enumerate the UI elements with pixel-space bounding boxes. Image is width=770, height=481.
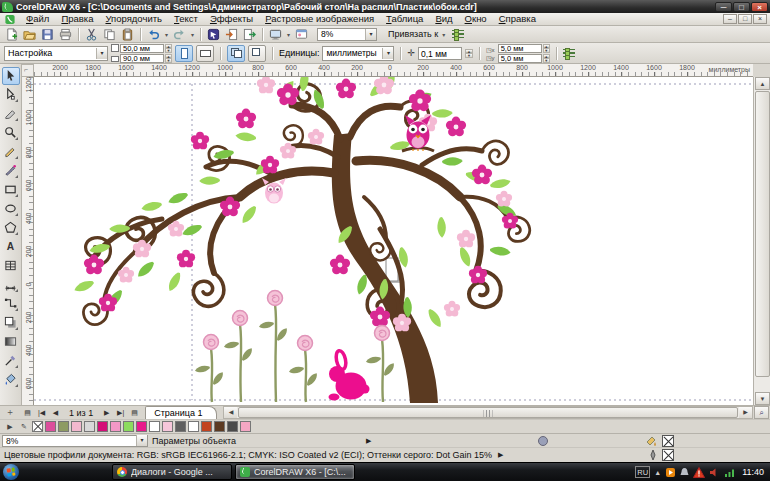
toolbox-customize-button[interactable]: ＋ [3, 407, 17, 419]
table-tool[interactable] [2, 257, 20, 275]
title-bar[interactable]: CorelDRAW X6 - [C:\Documents and Setting… [0, 0, 770, 13]
ellipse-tool[interactable] [2, 200, 20, 218]
network-icon[interactable] [724, 467, 735, 478]
no-color-swatch[interactable] [32, 421, 43, 432]
page-preset-combo[interactable]: Настройка▾ [4, 46, 108, 61]
palette-swatch[interactable] [149, 421, 160, 432]
ruler-origin-button[interactable] [22, 64, 34, 77]
units-combo[interactable]: миллиметры▾ [322, 46, 394, 61]
horizontal-ruler[interactable]: миллиметры 20001800160014001200100080060… [34, 64, 753, 77]
crop-tool[interactable] [2, 105, 20, 123]
nudge-spinner[interactable]: ▲▼ [465, 49, 473, 58]
height-spinner[interactable]: ▲▼ [165, 54, 172, 63]
undo-icon[interactable] [145, 27, 162, 42]
treat-as-filled-icon[interactable] [563, 47, 575, 59]
duplicate-x-field[interactable]: 5,0 мм [498, 44, 542, 53]
current-page-button[interactable] [248, 45, 266, 62]
add-page-before-button[interactable]: ▤ [21, 407, 34, 419]
palette-swatch[interactable] [136, 421, 147, 432]
scroll-up-arrow[interactable]: ▲ [755, 77, 770, 90]
snap-to-dropdown[interactable]: Привязать к▾ [384, 29, 451, 39]
taskbar-button[interactable]: Диалоги - Google ... [112, 464, 232, 480]
vertical-scroll-thumb[interactable] [755, 91, 770, 377]
palette-swatch[interactable] [175, 421, 186, 432]
chevron-down-icon[interactable]: ▾ [365, 29, 376, 40]
maximize-button[interactable]: □ [733, 2, 750, 12]
menu-item[interactable]: Растровые изображения [259, 13, 380, 25]
zoom-tool[interactable] [2, 124, 20, 142]
nudge-distance-field[interactable]: 0,1 мм [418, 47, 462, 60]
page-width-field[interactable]: 50,0 мм [120, 44, 164, 53]
page-height-field[interactable]: 90,0 мм [120, 54, 164, 63]
horizontal-scrollbar[interactable]: ◀ ▶ [223, 406, 753, 419]
new-document-icon[interactable] [3, 27, 20, 42]
menu-item[interactable]: Окно [459, 13, 493, 25]
palette-eyedropper-icon[interactable]: ✎ [18, 421, 30, 433]
minimize-button[interactable]: ─ [715, 2, 732, 12]
document-navigator-button[interactable]: ⌕ [754, 406, 769, 419]
menu-item[interactable]: Текст [168, 13, 204, 25]
vertical-ruler[interactable]: 120010008006004002000200400600 [22, 77, 34, 405]
palette-swatch[interactable] [84, 421, 95, 432]
connector-tool[interactable] [2, 295, 20, 313]
portrait-orientation-button[interactable] [175, 45, 193, 62]
palette-swatch[interactable] [240, 421, 251, 432]
start-button[interactable] [3, 464, 19, 480]
menu-item[interactable]: Файл [20, 13, 55, 25]
scroll-down-arrow[interactable]: ▼ [755, 392, 770, 405]
print-icon[interactable] [57, 27, 74, 42]
last-page-button[interactable]: ▶| [114, 407, 127, 419]
vertical-scrollbar[interactable]: ▲ ▼ [753, 77, 770, 405]
palette-swatch[interactable] [110, 421, 121, 432]
export-icon[interactable] [241, 27, 258, 42]
interactive-fill-tool[interactable] [2, 371, 20, 389]
cut-icon[interactable] [83, 27, 100, 42]
chevron-down-icon[interactable]: ▾ [96, 48, 107, 59]
menu-item[interactable]: Эффекты [204, 13, 259, 25]
import-icon[interactable] [223, 27, 240, 42]
palette-swatch[interactable] [123, 421, 134, 432]
freehand-tool[interactable] [2, 143, 20, 161]
page-tab[interactable]: Страница 1 [145, 406, 217, 419]
welcome-screen-icon[interactable] [293, 27, 310, 42]
status-expand-icon[interactable]: ▶ [366, 437, 371, 445]
media-icon[interactable] [665, 467, 676, 478]
palette-swatch[interactable] [71, 421, 82, 432]
chevron-down-icon[interactable]: ▾ [189, 31, 196, 38]
all-pages-button[interactable] [227, 45, 245, 62]
scroll-left-arrow[interactable]: ◀ [224, 407, 237, 418]
first-page-button[interactable]: |◀ [35, 407, 48, 419]
taskbar-button[interactable]: CorelDRAW X6 - [C:\... [235, 464, 355, 480]
menu-item[interactable]: Вид [429, 13, 458, 25]
menu-item[interactable]: Справка [493, 13, 542, 25]
rectangle-tool[interactable] [2, 181, 20, 199]
paste-icon[interactable] [119, 27, 136, 42]
chevron-down-icon[interactable]: ▾ [382, 48, 393, 59]
chevron-down-icon[interactable]: ▾ [163, 31, 170, 38]
notification-icon[interactable] [680, 467, 689, 478]
drawing-canvas[interactable] [34, 77, 753, 405]
duplicate-y-field[interactable]: 5,0 мм [498, 54, 542, 63]
search-content-icon[interactable] [205, 27, 222, 42]
status-zoom-combo[interactable]: 8%▾ [2, 435, 148, 447]
shape-tool[interactable] [2, 86, 20, 104]
redo-icon[interactable] [171, 27, 188, 42]
palette-swatch[interactable] [201, 421, 212, 432]
chevron-down-icon[interactable]: ▾ [285, 31, 292, 38]
scroll-right-arrow[interactable]: ▶ [739, 407, 752, 418]
width-spinner[interactable]: ▲▼ [165, 44, 172, 53]
pick-tool[interactable] [2, 67, 20, 85]
landscape-orientation-button[interactable] [196, 45, 214, 62]
palette-swatch[interactable] [188, 421, 199, 432]
palette-swatch[interactable] [45, 421, 56, 432]
doc-minimize-button[interactable]: ‒ [723, 14, 737, 24]
color-eyedropper-tool[interactable] [2, 352, 20, 370]
dup-y-spinner[interactable]: ▲▼ [543, 54, 550, 63]
dup-x-spinner[interactable]: ▲▼ [543, 44, 550, 53]
palette-swatch[interactable] [162, 421, 173, 432]
palette-flyout-button[interactable]: ▶ [4, 421, 16, 433]
language-indicator[interactable]: RU [635, 466, 650, 478]
palette-swatch[interactable] [227, 421, 238, 432]
horizontal-scroll-thumb[interactable] [238, 407, 738, 418]
menu-item[interactable]: Таблица [380, 13, 429, 25]
